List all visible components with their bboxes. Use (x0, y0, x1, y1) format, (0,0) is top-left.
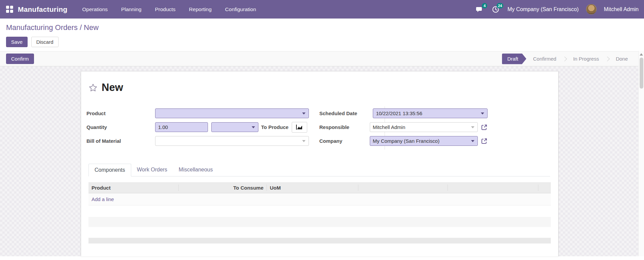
avatar[interactable] (586, 4, 597, 14)
right-field-group: Scheduled Date 10/22/2021 13:35:56 Respo… (319, 108, 488, 150)
menu-operations[interactable]: Operations (82, 6, 108, 12)
horizontal-bar (88, 238, 551, 243)
company-label: Company (319, 138, 370, 144)
favorite-star-icon[interactable] (88, 83, 98, 92)
scrollbar-thumb[interactable] (640, 58, 643, 89)
statusbar: Draft Confirmed In Progress Done (502, 54, 634, 64)
activities-button[interactable]: 24 (491, 5, 500, 14)
chevron-right-icon (562, 56, 567, 61)
column-header-empty (538, 185, 551, 191)
tab-miscellaneous[interactable]: Miscellaneous (173, 164, 218, 176)
responsible-label: Responsible (319, 124, 370, 130)
responsible-external-link-icon[interactable] (481, 124, 488, 131)
chevron-down-icon[interactable] (252, 126, 255, 128)
bill-of-material-field[interactable] (155, 136, 309, 146)
chevron-down-icon[interactable] (302, 140, 306, 142)
status-step-confirmed[interactable]: Confirmed (527, 54, 562, 64)
menu-configuration[interactable]: Configuration (225, 6, 256, 12)
column-header-product[interactable]: Product (88, 185, 179, 191)
control-panel: Manufacturing Orders / New Save Discard (0, 19, 644, 51)
add-line-row: Add a line (88, 193, 551, 205)
title-row: New (88, 82, 558, 94)
breadcrumb: Manufacturing Orders / New (6, 23, 644, 32)
form-action-buttons: Save Discard (6, 37, 644, 47)
navbar-right: 4 24 My Company (San Francisco) Mitchell… (475, 4, 639, 14)
breadcrumb-separator: / (78, 23, 84, 32)
components-table: Product To Consume UoM Add a line (88, 182, 551, 205)
spacer (81, 205, 558, 217)
notebook-tabs: Components Work Orders Miscellaneous (88, 164, 550, 176)
messages-badge: 4 (482, 3, 487, 8)
main-menu: Operations Planning Products Reporting C… (82, 6, 256, 12)
forecast-graph-button[interactable] (292, 122, 307, 133)
spacer (81, 227, 558, 238)
menu-reporting[interactable]: Reporting (189, 6, 212, 12)
save-button[interactable]: Save (6, 37, 28, 47)
scheduled-date-label: Scheduled Date (319, 110, 373, 116)
chevron-down-icon[interactable] (481, 112, 484, 115)
quantity-input[interactable]: 1.00 (155, 122, 208, 132)
add-a-line-link[interactable]: Add a line (92, 196, 114, 202)
quantity-label: Quantity (86, 124, 155, 130)
navbar-left: Manufacturing Operations Planning Produc… (6, 5, 256, 13)
column-header-to-consume[interactable]: To Consume (179, 185, 267, 191)
product-label: Product (86, 110, 155, 116)
area-chart-icon (296, 124, 303, 130)
column-header-uom[interactable]: UoM (267, 185, 358, 191)
company-switcher[interactable]: My Company (San Francisco) (507, 6, 579, 12)
uom-field[interactable] (211, 122, 258, 132)
apps-grid-icon[interactable] (6, 6, 13, 13)
menu-products[interactable]: Products (155, 6, 175, 12)
status-step-in-progress[interactable]: In Progress (567, 54, 605, 64)
breadcrumb-link-manufacturing-orders[interactable]: Manufacturing Orders (6, 23, 78, 32)
record-title: New (102, 82, 123, 94)
left-field-group: Product Quantity 1.00 To Produce (86, 108, 309, 150)
chevron-down-icon[interactable] (471, 140, 474, 142)
chevron-right-icon (605, 56, 610, 61)
status-step-draft[interactable]: Draft (502, 54, 527, 64)
bill-of-material-label: Bill of Material (86, 138, 155, 144)
messages-button[interactable]: 4 (475, 5, 484, 14)
discard-button[interactable]: Discard (31, 37, 59, 47)
statusbar-row: Confirm Draft Confirmed In Progress Done (0, 51, 644, 66)
breadcrumb-current: New (84, 23, 99, 32)
top-navbar: Manufacturing Operations Planning Produc… (0, 0, 644, 19)
to-produce-label: To Produce (261, 124, 288, 130)
user-menu[interactable]: Mitchell Admin (604, 6, 639, 12)
scheduled-date-field[interactable]: 10/22/2021 13:35:56 (373, 108, 488, 118)
company-field[interactable]: My Company (San Francisco) (370, 136, 478, 146)
product-field[interactable] (155, 108, 309, 118)
content-area: New Product Quantity 1.00 (0, 66, 644, 256)
vertical-scrollbar[interactable] (638, 51, 644, 256)
components-table-header: Product To Consume UoM (88, 182, 551, 193)
form-sheet: New Product Quantity 1.00 (81, 71, 559, 256)
form-fields: Product Quantity 1.00 To Produce (81, 108, 558, 150)
activities-badge: 24 (497, 3, 503, 8)
app-name[interactable]: Manufacturing (18, 5, 67, 13)
responsible-field[interactable]: Mitchell Admin (370, 122, 478, 132)
tab-work-orders[interactable]: Work Orders (131, 164, 173, 176)
column-header-empty (358, 185, 448, 191)
chevron-down-icon[interactable] (471, 126, 474, 128)
company-external-link-icon[interactable] (481, 138, 488, 144)
column-header-empty (448, 185, 538, 191)
scroll-up-icon[interactable] (640, 53, 643, 56)
empty-row-stripe (88, 217, 551, 227)
chevron-down-icon[interactable] (302, 112, 306, 115)
tab-components[interactable]: Components (88, 164, 131, 176)
confirm-button[interactable]: Confirm (6, 54, 34, 64)
menu-planning[interactable]: Planning (121, 6, 141, 12)
status-step-done[interactable]: Done (610, 54, 634, 64)
